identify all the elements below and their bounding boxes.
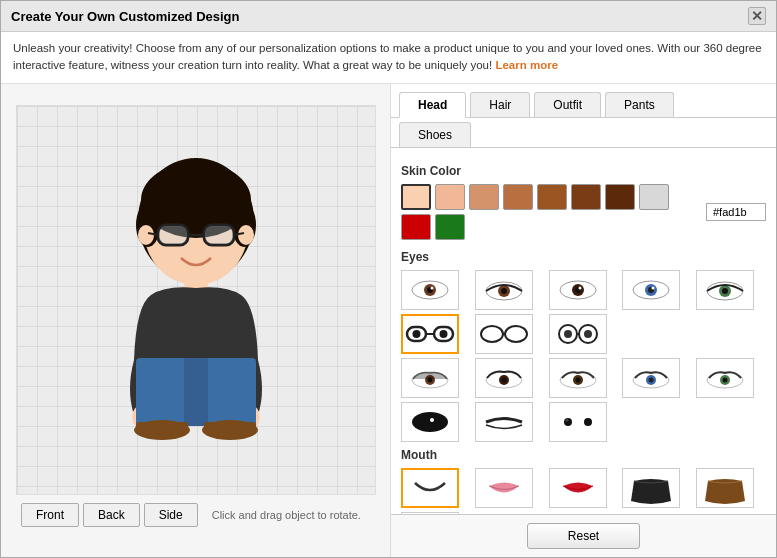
svg-point-27 bbox=[431, 286, 434, 289]
mouth-swatch-lips-red[interactable] bbox=[549, 468, 607, 508]
svg-rect-17 bbox=[136, 358, 188, 428]
main-content: Front Back Side Click and drag object to… bbox=[1, 84, 776, 558]
svg-point-71 bbox=[430, 418, 434, 422]
svg-rect-22 bbox=[136, 422, 188, 434]
eye-swatch-feminine-2[interactable] bbox=[475, 358, 533, 398]
options-content: Skin Color #fad1b Eyes Mouth bbox=[391, 148, 776, 515]
svg-point-69 bbox=[723, 377, 728, 382]
skin-swatch-5[interactable] bbox=[571, 184, 601, 210]
eyes-label: Eyes bbox=[401, 250, 766, 264]
title-bar: Create Your Own Customized Design ✕ bbox=[1, 1, 776, 32]
eyes-row bbox=[401, 358, 766, 442]
skin-swatch-2[interactable] bbox=[469, 184, 499, 210]
svg-point-46 bbox=[440, 330, 448, 338]
svg-point-63 bbox=[575, 377, 580, 382]
svg-point-45 bbox=[413, 330, 421, 338]
tab-hair[interactable]: Hair bbox=[470, 92, 530, 117]
mouth-swatch-lips-pink[interactable] bbox=[475, 468, 533, 508]
eye-swatch-brown-simple[interactable] bbox=[401, 270, 459, 310]
skin-swatch-8[interactable] bbox=[401, 214, 431, 240]
drag-hint: Click and drag object to rotate. bbox=[212, 509, 361, 521]
svg-point-41 bbox=[722, 288, 728, 294]
eye-swatch-glasses-small[interactable] bbox=[549, 314, 607, 354]
eye-swatch-glasses-oval[interactable] bbox=[475, 314, 533, 354]
skin-swatch-6[interactable] bbox=[605, 184, 635, 210]
reset-button[interactable]: Reset bbox=[527, 523, 640, 549]
back-view-button[interactable]: Back bbox=[83, 503, 140, 527]
svg-point-60 bbox=[501, 377, 506, 382]
skin-color-label: Skin Color bbox=[401, 164, 766, 178]
dialog-title: Create Your Own Customized Design bbox=[11, 9, 240, 24]
svg-point-6 bbox=[238, 225, 254, 245]
mouth-grid bbox=[401, 468, 766, 515]
avatar-canvas[interactable] bbox=[16, 105, 376, 495]
svg-rect-19 bbox=[184, 358, 208, 426]
svg-rect-13 bbox=[205, 226, 233, 244]
svg-point-66 bbox=[649, 377, 654, 382]
svg-point-5 bbox=[138, 225, 154, 245]
svg-point-73 bbox=[584, 418, 592, 426]
eye-swatch-feminine-5[interactable] bbox=[696, 358, 754, 398]
avatar-panel: Front Back Side Click and drag object to… bbox=[1, 84, 391, 558]
mouth-row bbox=[401, 468, 766, 515]
eye-swatch-feminine-1[interactable] bbox=[401, 358, 459, 398]
mouth-label: Mouth bbox=[401, 448, 766, 462]
description-text: Unleash your creativity! Choose from any… bbox=[13, 42, 762, 71]
skin-swatch-4[interactable] bbox=[537, 184, 567, 210]
side-view-button[interactable]: Side bbox=[144, 503, 198, 527]
learn-more-link[interactable]: Learn more bbox=[495, 59, 558, 71]
svg-point-48 bbox=[505, 326, 527, 342]
main-tabs: Head Hair Outfit Pants bbox=[391, 84, 776, 118]
svg-point-30 bbox=[501, 288, 507, 294]
svg-point-34 bbox=[578, 286, 581, 289]
skin-swatch-0[interactable] bbox=[401, 184, 431, 210]
tab-pants[interactable]: Pants bbox=[605, 92, 674, 117]
svg-point-54 bbox=[584, 330, 592, 338]
eye-swatch-dot[interactable] bbox=[549, 402, 607, 442]
reset-bar: Reset bbox=[391, 514, 776, 557]
svg-rect-12 bbox=[159, 226, 187, 244]
skin-swatch-9[interactable] bbox=[435, 214, 465, 240]
eye-swatch-feminine-3[interactable] bbox=[549, 358, 607, 398]
svg-point-53 bbox=[564, 330, 572, 338]
tab-head[interactable]: Head bbox=[399, 92, 466, 118]
skin-color-row: #fad1b bbox=[401, 184, 766, 240]
dialog: Create Your Own Customized Design ✕ Unle… bbox=[0, 0, 777, 558]
close-button[interactable]: ✕ bbox=[748, 7, 766, 25]
front-view-button[interactable]: Front bbox=[21, 503, 79, 527]
description-area: Unleash your creativity! Choose from any… bbox=[1, 32, 776, 84]
tab-outfit[interactable]: Outfit bbox=[534, 92, 601, 117]
tab-shoes[interactable]: Shoes bbox=[399, 122, 471, 147]
eyes-row bbox=[401, 270, 766, 354]
eye-swatch-brown-lash[interactable] bbox=[475, 270, 533, 310]
eye-swatch-green-lash[interactable] bbox=[696, 270, 754, 310]
svg-point-74 bbox=[565, 418, 568, 421]
skin-hex-display: #fad1b bbox=[706, 203, 766, 221]
mouth-swatch-beard-dark[interactable] bbox=[622, 468, 680, 508]
svg-point-38 bbox=[652, 286, 655, 289]
skin-swatch-1[interactable] bbox=[435, 184, 465, 210]
eye-swatch-feminine-4[interactable] bbox=[622, 358, 680, 398]
skin-swatch-3[interactable] bbox=[503, 184, 533, 210]
eye-swatch-dark-brown[interactable] bbox=[549, 270, 607, 310]
eyes-grid bbox=[401, 270, 766, 442]
svg-rect-23 bbox=[204, 422, 256, 434]
svg-point-47 bbox=[481, 326, 503, 342]
mouth-swatch-smile-simple[interactable] bbox=[401, 468, 459, 508]
eye-swatch-squint[interactable] bbox=[475, 402, 533, 442]
eye-swatch-glasses-round[interactable] bbox=[401, 314, 459, 354]
options-panel: Head Hair Outfit Pants Shoes Skin Color … bbox=[391, 84, 776, 558]
eye-swatch-blue[interactable] bbox=[622, 270, 680, 310]
mouth-swatch-beard-brown[interactable] bbox=[696, 468, 754, 508]
eye-swatch-dark-solid[interactable] bbox=[401, 402, 459, 442]
avatar-figure bbox=[96, 130, 296, 470]
svg-point-70 bbox=[412, 412, 448, 432]
svg-rect-18 bbox=[204, 358, 256, 428]
skin-swatch-7[interactable] bbox=[639, 184, 669, 210]
view-controls: Front Back Side Click and drag object to… bbox=[1, 495, 390, 535]
